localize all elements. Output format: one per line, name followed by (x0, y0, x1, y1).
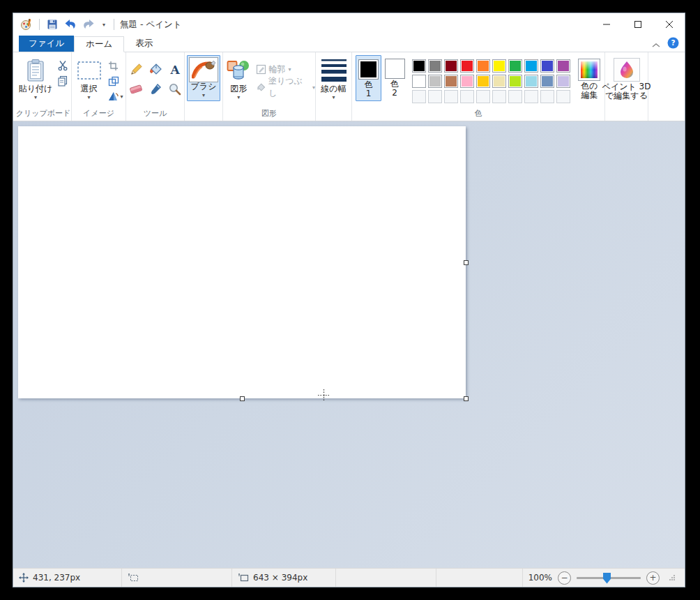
color-picker-tool-button[interactable] (146, 80, 165, 98)
undo-button[interactable] (63, 17, 77, 31)
paint3d-label-line2: で編集する (605, 91, 648, 100)
group-shapes: 図形 ▾ 輪郭 ▾ (223, 52, 316, 121)
palette-swatch[interactable] (476, 75, 490, 88)
ribbon-home: 貼り付け ▾ (13, 52, 685, 121)
svg-text:?: ? (671, 38, 675, 47)
quick-access-toolbar: ▾ (13, 17, 116, 31)
magnifier-tool-button[interactable] (166, 80, 184, 98)
palette-empty-slot[interactable] (508, 90, 522, 103)
save-button[interactable] (45, 17, 59, 31)
palette-swatch[interactable] (412, 59, 426, 73)
pencil-tool-button[interactable] (127, 61, 145, 79)
status-bar: 431, 237px 643 × 394px 100% (13, 568, 685, 587)
rotate-button[interactable]: ▾ (107, 90, 125, 103)
color2-button[interactable]: 色 2 (381, 55, 407, 100)
desktop-background: ▾ 無題 - ペイント ファイル ホーム 表示 (0, 0, 700, 600)
palette-swatch[interactable] (444, 75, 458, 88)
window-controls (591, 13, 685, 36)
zoom-slider[interactable] (577, 577, 641, 579)
palette-swatch[interactable] (556, 75, 570, 88)
color2-label-line1: 色 (390, 79, 399, 89)
tab-home[interactable]: ホーム (74, 36, 124, 52)
palette-swatch[interactable] (540, 75, 554, 88)
maximize-button[interactable] (622, 13, 653, 36)
canvas-resize-handle-corner[interactable] (464, 396, 469, 401)
palette-swatch[interactable] (524, 75, 538, 88)
group-clipboard: 貼り付け ▾ (15, 52, 72, 121)
palette-empty-slot[interactable] (556, 90, 570, 103)
redo-button[interactable] (82, 17, 96, 31)
palette-empty-slot[interactable] (492, 90, 506, 103)
palette-swatch[interactable] (460, 75, 474, 88)
minimize-ribbon-button[interactable] (652, 38, 660, 51)
canvas-resize-handle-bottom[interactable] (240, 396, 245, 401)
color2-label-line2: 2 (392, 88, 397, 98)
chevron-down-icon: ▾ (34, 94, 37, 100)
brush-button[interactable]: ブラシ ▾ (187, 55, 220, 101)
palette-empty-slot[interactable] (540, 90, 554, 103)
line-width-label: 線の幅 (321, 84, 346, 93)
palette-swatch[interactable] (428, 75, 442, 88)
brush-label: ブラシ (191, 82, 217, 91)
edit-colors-button[interactable]: 色の 編集 (575, 55, 604, 100)
palette-swatch[interactable] (460, 59, 474, 73)
qat-customize-dropdown[interactable]: ▾ (100, 17, 108, 31)
zoom-out-button[interactable]: − (558, 571, 571, 585)
palette-empty-slot[interactable] (412, 90, 426, 103)
canvas-resize-handle-right[interactable] (464, 260, 469, 265)
palette-swatch[interactable] (476, 59, 490, 73)
chevron-down-icon: ▾ (87, 94, 90, 100)
zoom-slider-thumb[interactable] (603, 573, 611, 584)
line-width-button[interactable]: 線の幅 ▾ (317, 55, 351, 100)
text-tool-button[interactable]: A (166, 61, 184, 79)
copy-button[interactable] (56, 75, 70, 87)
chevron-down-icon: ▾ (237, 94, 240, 100)
resize-button[interactable] (107, 75, 121, 87)
group-tools: A (126, 52, 185, 121)
paint3d-button[interactable]: ペイント 3D で編集する (606, 55, 648, 100)
chevron-down-icon: ▾ (102, 22, 105, 28)
palette-empty-slot[interactable] (524, 90, 538, 103)
palette-swatch[interactable] (412, 75, 426, 88)
palette-empty-slot[interactable] (476, 90, 490, 103)
color1-label-line1: 色 (365, 80, 373, 89)
eraser-tool-button[interactable] (127, 80, 145, 98)
palette-empty-slot[interactable] (460, 90, 474, 103)
palette-swatch[interactable] (444, 59, 458, 73)
palette-swatch[interactable] (524, 59, 538, 73)
palette-swatch[interactable] (492, 59, 506, 73)
title-bar: ▾ 無題 - ペイント (13, 13, 685, 36)
crop-button[interactable] (107, 59, 121, 72)
canvas-size-text: 643 × 394px (253, 573, 307, 583)
outline-button[interactable]: 輪郭 ▾ (256, 62, 315, 76)
drawing-canvas[interactable] (18, 126, 466, 398)
window-resize-grip[interactable] (669, 575, 675, 580)
palette-empty-slot[interactable] (428, 90, 442, 103)
palette-swatch[interactable] (540, 59, 554, 73)
palette-swatch[interactable] (508, 59, 522, 73)
qat-separator (114, 19, 114, 30)
zoom-in-button[interactable]: + (646, 571, 660, 585)
paste-button[interactable]: 貼り付け ▾ (17, 55, 54, 100)
close-button[interactable] (653, 13, 685, 36)
chevron-down-icon: ▾ (202, 92, 205, 98)
select-button[interactable]: 選択 ▾ (73, 55, 105, 100)
color2-swatch (385, 59, 405, 79)
tab-view[interactable]: 表示 (124, 36, 164, 52)
minimize-button[interactable] (591, 13, 622, 36)
color1-button[interactable]: 色 1 (356, 55, 381, 101)
palette-swatch[interactable] (508, 75, 522, 88)
tab-file[interactable]: ファイル (19, 36, 74, 52)
palette-empty-slot[interactable] (444, 90, 458, 103)
color-palette (412, 55, 570, 103)
help-button[interactable]: ? (667, 37, 679, 52)
shapes-icon (227, 57, 250, 84)
fill-tool-button[interactable] (146, 61, 165, 79)
palette-swatch[interactable] (428, 59, 442, 73)
palette-swatch[interactable] (492, 75, 506, 88)
ribbon-tab-row: ファイル ホーム 表示 ? (13, 36, 685, 52)
shape-fill-button[interactable]: 塗りつぶし ▾ (256, 80, 315, 94)
cut-button[interactable] (56, 59, 70, 72)
palette-swatch[interactable] (556, 59, 570, 73)
shapes-button[interactable]: 図形 ▾ (223, 55, 254, 100)
